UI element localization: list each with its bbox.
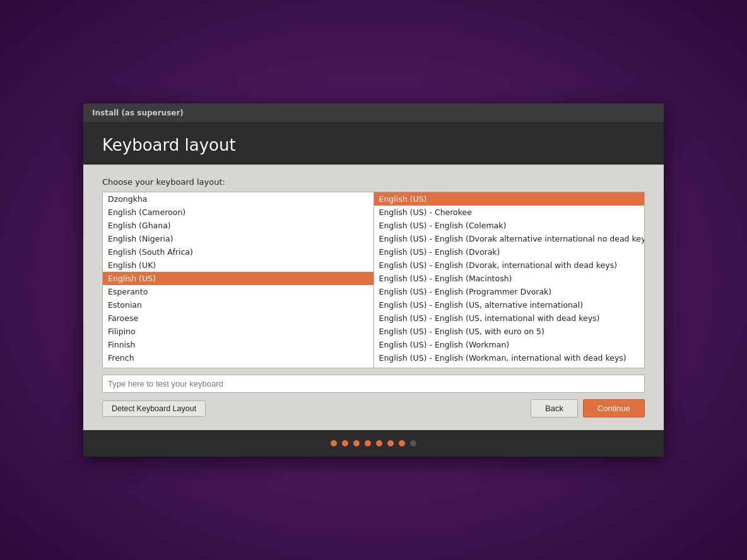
list-item[interactable]: Dzongkha: [103, 192, 374, 206]
detect-keyboard-button[interactable]: Detect Keyboard Layout: [102, 400, 206, 417]
title-bar: Install (as superuser): [83, 103, 664, 123]
list-item[interactable]: English (Cameroon): [103, 206, 374, 219]
choose-label: Choose your keyboard layout:: [102, 177, 645, 187]
list-item[interactable]: English (US) - English (US, alternative …: [374, 298, 645, 312]
list-item[interactable]: English (US) - Cherokee: [374, 206, 645, 219]
page-title: Keyboard layout: [102, 136, 645, 155]
list-item[interactable]: English (Ghana): [103, 219, 374, 232]
list-item[interactable]: English (US) - English (US, with euro on…: [374, 325, 645, 338]
list-item[interactable]: French: [103, 351, 374, 365]
page-title-area: Keyboard layout: [83, 123, 664, 165]
title-bar-text: Install (as superuser): [92, 108, 184, 117]
list-item[interactable]: English (US) - English (Dvorak alternati…: [374, 232, 645, 245]
list-item[interactable]: English (US) - English (Dvorak): [374, 245, 645, 259]
list-item[interactable]: English (US) - English (Workman, interna…: [374, 351, 645, 365]
list-item[interactable]: English (South Africa): [103, 245, 374, 259]
list-item[interactable]: Estonian: [103, 298, 374, 312]
content-area: Choose your keyboard layout: DzongkhaEng…: [83, 165, 664, 430]
list-item[interactable]: English (US) - English (Workman): [374, 338, 645, 351]
continue-button[interactable]: Continue: [583, 399, 645, 417]
progress-dot: [353, 440, 360, 446]
bottom-bar: Detect Keyboard Layout Back Continue: [102, 399, 645, 417]
layout-lists: DzongkhaEnglish (Cameroon)English (Ghana…: [102, 192, 645, 368]
installer-window: Install (as superuser) Keyboard layout C…: [83, 103, 664, 457]
list-item[interactable]: English (US) - English (US, internationa…: [374, 312, 645, 325]
progress-dot: [331, 440, 337, 446]
list-item[interactable]: English (US): [374, 192, 645, 206]
progress-dot: [410, 440, 416, 446]
list-item[interactable]: English (Nigeria): [103, 232, 374, 245]
list-item[interactable]: English (US) - English (Colemak): [374, 219, 645, 232]
list-item[interactable]: English (UK): [103, 259, 374, 272]
list-item[interactable]: Filipino: [103, 325, 374, 338]
progress-dot: [365, 440, 371, 446]
keyboard-test-input[interactable]: [102, 375, 645, 393]
language-list[interactable]: DzongkhaEnglish (Cameroon)English (Ghana…: [102, 192, 374, 368]
progress-dot: [376, 440, 382, 446]
list-item[interactable]: English (US) - English (Macintosh): [374, 272, 645, 285]
list-item[interactable]: Faroese: [103, 312, 374, 325]
list-item[interactable]: English (US) - English (Programmer Dvora…: [374, 285, 645, 298]
list-item[interactable]: Finnish: [103, 338, 374, 351]
list-item[interactable]: English (US) - English (Dvorak, internat…: [374, 259, 645, 272]
progress-dots: [83, 430, 664, 457]
progress-dot: [342, 440, 348, 446]
variant-list[interactable]: English (US)English (US) - CherokeeEngli…: [374, 192, 645, 368]
nav-buttons: Back Continue: [531, 399, 645, 417]
progress-dot: [387, 440, 394, 446]
list-item[interactable]: Esperanto: [103, 285, 374, 298]
progress-dot: [399, 440, 405, 446]
back-button[interactable]: Back: [531, 399, 578, 417]
list-item[interactable]: English (US): [103, 272, 374, 285]
